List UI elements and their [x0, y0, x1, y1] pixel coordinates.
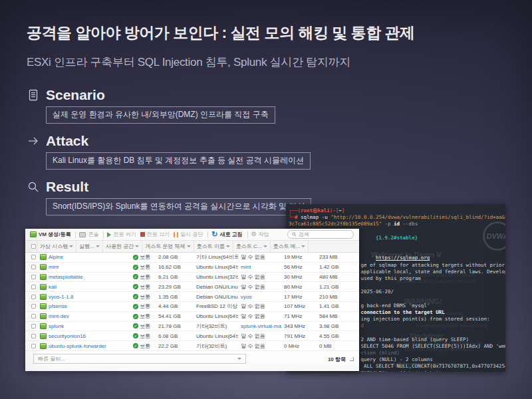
items-count: 10 항목 [328, 356, 346, 363]
column-header[interactable]: 가상 시스템 [37, 241, 76, 252]
table-row[interactable]: mint ✓ 보통 16.62 GB Ubuntu Linux(64비... m… [25, 263, 359, 273]
table-row[interactable]: securityonion16 ✓ 보통 6.08 GB Ubuntu Linu… [25, 331, 359, 341]
row-checkbox[interactable] [31, 255, 36, 259]
select-all-cell[interactable] [25, 241, 37, 252]
table-row[interactable]: mint-dev ✓ 보통 54.41 GB Ubuntu Linux(64비.… [25, 312, 359, 322]
column-header[interactable]: 게스트 운영 체제 [142, 241, 194, 252]
status-ok-icon: ✓ [133, 333, 138, 338]
vm-status-cell: ✓ 보통 [130, 253, 156, 261]
console-label: 콘솔 [88, 231, 98, 238]
row-checkbox[interactable] [31, 344, 36, 348]
column-header[interactable]: 호스트 메... [271, 241, 309, 252]
row-checkbox[interactable] [31, 295, 36, 299]
vm-name-cell[interactable]: Alpine [37, 254, 130, 260]
power-on-button[interactable]: 전원 켜기 [107, 231, 136, 238]
row-select-cell[interactable] [25, 275, 37, 279]
vm-name-cell[interactable]: metasploitable [37, 274, 130, 280]
vm-search-box[interactable]: 검색 [287, 230, 354, 239]
vm-name-cell[interactable]: mint-dev [37, 313, 130, 319]
row-checkbox[interactable] [31, 334, 36, 338]
used-space-cell: 54.41 GB [156, 313, 194, 319]
vm-name-cell[interactable]: kali [37, 284, 130, 290]
column-header-label: 가상 시스템 [40, 243, 68, 250]
column-header[interactable]: 호스트 C... [233, 241, 271, 252]
vm-name-link[interactable]: metasploitable [49, 274, 83, 280]
vm-icon [40, 323, 47, 329]
vm-name-link[interactable]: ubuntu-splunk-forwarder [49, 343, 106, 349]
column-header[interactable]: 실행... [76, 241, 103, 252]
vm-create-button[interactable]: VM 생성/등록 [30, 231, 70, 238]
row-checkbox[interactable] [31, 314, 36, 319]
column-header[interactable]: 사용된 공간 [103, 241, 142, 252]
table-row[interactable]: splunk ✓ 보통 21.78 GB 기타(32비트) splunk-vir… [25, 322, 359, 332]
page-subtitle: ESXi 인프라 구축부터 SQL Injection 침투, Splunk 실… [27, 55, 415, 70]
vm-name-link[interactable]: Alpine [49, 254, 63, 260]
row-select-cell[interactable] [25, 265, 37, 269]
guest-os-cell: 기타(32비트) [194, 342, 238, 350]
vm-name-cell[interactable]: mint [37, 264, 130, 270]
row-select-cell[interactable] [25, 314, 37, 319]
host-memory-cell: 0 MB [317, 343, 352, 349]
row-select-cell[interactable] [25, 334, 37, 338]
vm-name-link[interactable]: pfsense [49, 303, 67, 309]
row-select-cell[interactable] [25, 324, 37, 329]
vm-name-link[interactable]: securityonion16 [49, 333, 86, 339]
row-checkbox[interactable] [31, 304, 36, 309]
vm-icon [40, 294, 47, 300]
row-select-cell[interactable] [25, 344, 37, 348]
row-select-cell[interactable] [25, 255, 37, 259]
row-select-cell[interactable] [25, 285, 37, 289]
status-ok-icon: ✓ [133, 274, 138, 279]
table-row[interactable]: Alpine ✓ 보통 2.08 GB 기타 Linux(64비트) 알 수 없… [25, 253, 359, 263]
column-header[interactable]: 호스트 이름 [194, 241, 233, 252]
refresh-button[interactable]: ↻ 새로 고침 [211, 231, 242, 238]
vm-name-link[interactable]: mint [49, 264, 59, 270]
page-title: 공격을 알아야 방어가 보인다 : 실전 모의 해킹 및 통합 관제 [27, 23, 415, 43]
vm-name-link[interactable]: splunk [49, 323, 64, 329]
row-checkbox[interactable] [31, 324, 36, 329]
vm-name-link[interactable]: mint-dev [49, 313, 69, 319]
host-cpu-cell: 343 MHz [281, 323, 317, 329]
table-row[interactable]: metasploitable ✓ 보통 6.21 GB Ubuntu Linux… [25, 273, 359, 283]
table-row[interactable]: vyos-1-1.8 ✓ 보통 1.35 GB Debian GNU/Linux… [25, 292, 359, 302]
vm-name-cell[interactable]: securityonion16 [37, 333, 130, 339]
guest-os-cell: Ubuntu Linux(32비... [194, 273, 238, 281]
used-space-cell: 23.29 GB [156, 284, 194, 290]
resize-corner-icon[interactable] [350, 357, 354, 361]
actions-button[interactable]: ⚙ 작업 [251, 231, 269, 238]
power-off-button[interactable]: 전원 끄기 [140, 231, 170, 238]
vm-status-cell: ✓ 보통 [130, 342, 156, 350]
vm-name-link[interactable]: kali [49, 284, 57, 290]
gear-icon: ⚙ [251, 231, 257, 237]
row-checkbox[interactable] [31, 285, 36, 289]
row-select-cell[interactable] [25, 295, 37, 299]
vm-name-cell[interactable]: splunk [37, 323, 130, 329]
host-name-cell: vyos [238, 294, 281, 300]
vm-name-cell[interactable]: ubuntu-splunk-forwarder [37, 343, 130, 349]
suspend-label: 일시 중단 [180, 231, 203, 238]
console-button[interactable]: 콘솔 [79, 231, 98, 238]
row-checkbox[interactable] [31, 275, 36, 279]
quick-filter-dropdown[interactable]: 빠른 필터... [33, 354, 246, 364]
vm-icon [40, 313, 47, 319]
vm-name-link[interactable]: vyos-1-1.8 [49, 294, 73, 300]
used-space-cell: 22.2 GB [156, 343, 194, 349]
table-row[interactable]: pfsense ✓ 보통 4.44 GB FreeBSD 12 이상 ... 알… [25, 302, 359, 312]
host-name-cell: splunk-virtual-mac... [238, 323, 281, 329]
vm-name-cell[interactable]: pfsense [37, 303, 130, 309]
host-cpu-cell: 0 MHz [281, 343, 317, 349]
arrow-right-icon [27, 134, 40, 148]
column-header-label: 호스트 C... [236, 243, 262, 250]
status-ok-icon: ✓ [133, 294, 138, 299]
table-row[interactable]: ubuntu-splunk-forwarder ✓ 보통 22.2 GB 기타(… [25, 341, 359, 351]
select-all-checkbox[interactable] [31, 244, 36, 249]
suspend-button[interactable]: 일시 중단 [174, 231, 203, 238]
table-row[interactable]: kali ✓ 보통 23.29 GB Debian GNU/Linux... 알… [25, 282, 359, 292]
vm-table-header: 가상 시스템 실행... 사용된 공간 게스트 운영 체제 호스트 이름 [25, 241, 359, 253]
row-select-cell[interactable] [25, 304, 37, 309]
section-heading: Scenario [46, 87, 105, 103]
guest-os-cell: 기타(32비트) [194, 323, 238, 330]
vm-name-cell[interactable]: vyos-1-1.8 [37, 294, 130, 300]
row-checkbox[interactable] [31, 265, 36, 269]
vm-status-cell: ✓ 보통 [130, 313, 156, 320]
